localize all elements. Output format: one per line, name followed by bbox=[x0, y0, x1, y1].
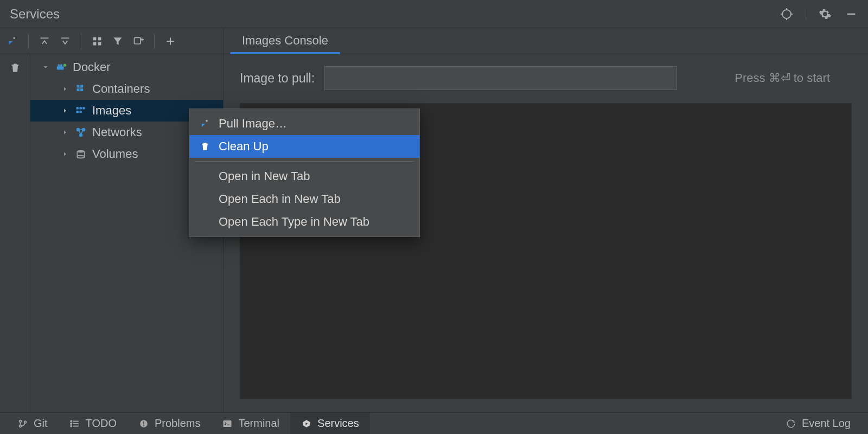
svg-rect-36 bbox=[206, 120, 208, 122]
footer-label: Event Log bbox=[802, 417, 851, 430]
filter-icon[interactable] bbox=[108, 32, 127, 50]
svg-rect-19 bbox=[58, 65, 60, 67]
content-tabbar: Images Console bbox=[224, 28, 868, 54]
svg-point-37 bbox=[20, 420, 22, 422]
menu-item-label: Open in New Tab bbox=[219, 169, 310, 183]
tab-label: Images Console bbox=[242, 34, 328, 48]
git-branch-icon bbox=[17, 418, 28, 429]
pull-label: Image to pull: bbox=[240, 71, 315, 86]
minimize-icon[interactable] bbox=[844, 7, 858, 21]
collapse-all-icon[interactable] bbox=[56, 32, 74, 50]
footer-item-event-log[interactable]: Event Log bbox=[775, 413, 861, 435]
svg-point-0 bbox=[782, 10, 791, 18]
menu-item-open-each-new-tab[interactable]: Open Each in New Tab bbox=[189, 188, 419, 210]
tree-node-label: Containers bbox=[92, 82, 150, 96]
menu-item-label: Open Each in New Tab bbox=[219, 192, 341, 206]
containers-icon bbox=[75, 83, 87, 95]
svg-rect-30 bbox=[80, 111, 82, 113]
footer-item-git[interactable]: Git bbox=[7, 413, 59, 435]
menu-item-open-each-type-new-tab[interactable]: Open Each Type in New Tab bbox=[189, 210, 419, 233]
svg-rect-23 bbox=[80, 85, 83, 88]
images-icon bbox=[75, 105, 87, 117]
svg-point-34 bbox=[77, 150, 84, 153]
tree-node-label: Docker bbox=[73, 60, 111, 74]
menu-item-open-in-new-tab[interactable]: Open in New Tab bbox=[189, 165, 419, 188]
chevron-right-icon bbox=[61, 107, 69, 114]
list-icon bbox=[69, 418, 80, 429]
footer-label: Problems bbox=[155, 417, 200, 430]
svg-point-43 bbox=[71, 420, 72, 422]
problems-icon bbox=[138, 418, 149, 429]
svg-rect-48 bbox=[143, 425, 144, 426]
svg-rect-13 bbox=[135, 37, 141, 44]
tree-node-label: Networks bbox=[92, 125, 142, 139]
trash-icon[interactable] bbox=[6, 59, 24, 77]
svg-point-38 bbox=[20, 425, 22, 427]
separator bbox=[154, 34, 155, 49]
pull-hint: Press ⌘⏎ to start bbox=[735, 71, 852, 85]
add-icon[interactable] bbox=[161, 32, 180, 50]
sidebar-toolbar bbox=[0, 28, 223, 54]
menu-item-pull-image[interactable]: Pull Image… bbox=[189, 112, 419, 135]
sidebar-left-column bbox=[0, 54, 30, 412]
tab-images-console[interactable]: Images Console bbox=[230, 28, 340, 54]
menu-item-label: Pull Image… bbox=[219, 117, 287, 131]
menu-item-label: Clean Up bbox=[219, 139, 269, 154]
footer-label: Git bbox=[34, 417, 48, 430]
new-layout-icon[interactable] bbox=[129, 32, 148, 50]
svg-point-35 bbox=[77, 156, 84, 158]
footer-label: Services bbox=[317, 417, 359, 430]
svg-point-21 bbox=[63, 64, 67, 67]
networks-icon bbox=[75, 126, 87, 138]
main-area: Docker Containers bbox=[0, 28, 868, 412]
grid-icon[interactable] bbox=[88, 32, 106, 50]
footer-label: Terminal bbox=[238, 417, 279, 430]
svg-rect-9 bbox=[93, 37, 97, 40]
image-to-pull-input[interactable] bbox=[324, 66, 677, 90]
collapse-in-icon[interactable] bbox=[3, 32, 22, 50]
trash-icon bbox=[199, 141, 211, 152]
footer: Git TODO Problems Terminal Services Even… bbox=[0, 412, 868, 434]
svg-rect-26 bbox=[76, 107, 79, 109]
separator bbox=[806, 8, 806, 20]
pull-image-icon bbox=[199, 118, 211, 130]
tree-node-docker[interactable]: Docker bbox=[30, 56, 223, 78]
separator bbox=[28, 34, 29, 49]
pull-row: Image to pull: Press ⌘⏎ to start bbox=[224, 54, 868, 100]
tree-node-label: Volumes bbox=[92, 147, 138, 161]
docker-icon bbox=[55, 61, 67, 73]
svg-rect-10 bbox=[98, 37, 101, 40]
target-icon[interactable] bbox=[780, 7, 794, 21]
footer-item-services[interactable]: Services bbox=[290, 413, 370, 435]
footer-item-terminal[interactable]: Terminal bbox=[211, 413, 290, 435]
menu-separator bbox=[195, 161, 414, 162]
svg-rect-49 bbox=[224, 420, 232, 427]
svg-rect-29 bbox=[76, 111, 79, 113]
svg-rect-22 bbox=[77, 85, 80, 88]
titlebar-right bbox=[780, 7, 858, 21]
svg-point-39 bbox=[24, 421, 27, 423]
chevron-down-icon bbox=[41, 63, 50, 71]
svg-rect-47 bbox=[143, 421, 144, 424]
chevron-right-icon bbox=[61, 85, 69, 93]
panel-title: Services bbox=[10, 7, 60, 22]
play-circle-icon bbox=[301, 418, 312, 429]
menu-item-clean-up[interactable]: Clean Up bbox=[189, 135, 419, 158]
footer-item-todo[interactable]: TODO bbox=[59, 413, 127, 435]
chevron-right-icon bbox=[61, 150, 69, 158]
svg-point-33 bbox=[80, 134, 82, 137]
chevron-right-icon bbox=[61, 129, 69, 136]
footer-label: TODO bbox=[86, 417, 117, 430]
svg-rect-6 bbox=[14, 37, 15, 39]
footer-item-problems[interactable]: Problems bbox=[127, 413, 211, 435]
svg-rect-28 bbox=[82, 107, 85, 109]
separator bbox=[81, 34, 81, 49]
terminal-icon bbox=[222, 418, 233, 429]
tree-node-containers[interactable]: Containers bbox=[30, 78, 223, 100]
svg-point-45 bbox=[71, 425, 72, 426]
svg-rect-11 bbox=[93, 42, 97, 45]
svg-rect-24 bbox=[77, 88, 80, 91]
expand-all-icon[interactable] bbox=[35, 32, 54, 50]
gear-icon[interactable] bbox=[818, 7, 832, 21]
svg-rect-20 bbox=[60, 65, 62, 67]
